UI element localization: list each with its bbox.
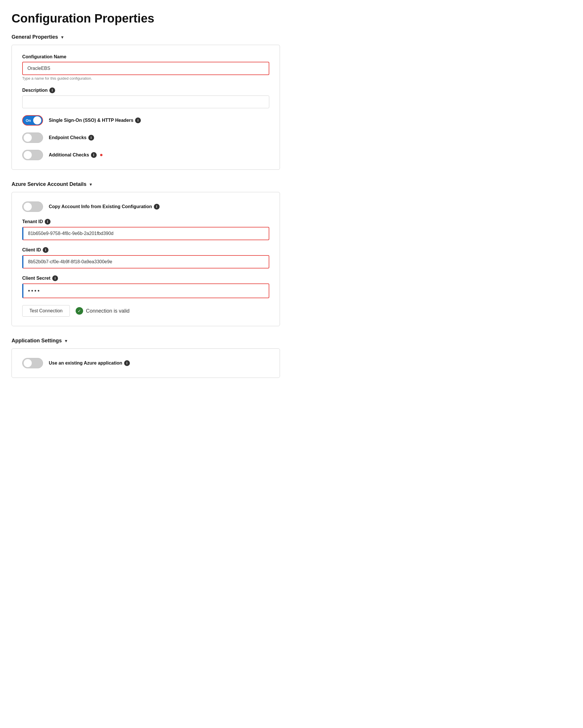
copy-account-toggle[interactable] [22,202,43,212]
general-properties-chevron[interactable]: ▼ [60,35,64,40]
azure-section-header: Azure Service Account Details ▼ [11,181,280,187]
app-settings-chevron[interactable]: ▼ [64,339,68,343]
sso-toggle-on-text: On [26,118,31,123]
endpoint-toggle-row: Endpoint Checks i [22,132,269,143]
config-name-input[interactable] [22,62,269,75]
client-id-input[interactable] [22,255,269,268]
app-settings-card: Use an existing Azure application i [11,348,280,378]
test-connection-button[interactable]: Test Connection [22,305,70,317]
page-title: Configuration Properties [11,11,280,25]
general-properties-header: General Properties ▼ [11,34,280,40]
sso-toggle-row: On Single Sign-On (SSO) & HTTP Headers i [22,115,269,126]
copy-account-label: Copy Account Info from Existing Configur… [49,204,160,210]
endpoint-info-icon: i [88,135,94,140]
use-azure-toggle-row: Use an existing Azure application i [22,358,269,368]
azure-section-chevron[interactable]: ▼ [88,182,92,187]
client-secret-label: Client Secret i [22,276,269,281]
copy-account-info-icon: i [154,204,160,210]
tenant-id-input[interactable] [22,227,269,240]
additional-toggle-knob [24,151,32,159]
client-id-info-icon: i [43,247,49,253]
additional-toggle[interactable] [22,150,43,160]
general-properties-label: General Properties [11,34,58,40]
config-name-group: Configuration Name Type a name for this … [22,54,269,81]
test-connection-row: Test Connection ✓ Connection is valid [22,305,269,317]
sso-info-icon: i [135,118,141,123]
valid-checkmark-icon: ✓ [76,307,83,315]
use-azure-info-icon: i [124,360,130,366]
sso-toggle-knob [33,116,41,124]
additional-label: Additional Checks i [49,152,103,158]
sso-toggle[interactable]: On [22,115,43,126]
description-group: Description i [22,87,269,108]
client-id-label: Client ID i [22,247,269,253]
app-settings-label: Application Settings [11,338,62,344]
copy-account-toggle-row: Copy Account Info from Existing Configur… [22,202,269,212]
copy-account-toggle-knob [24,203,32,211]
connection-valid-text: Connection is valid [86,308,130,314]
azure-section-card: Copy Account Info from Existing Configur… [11,192,280,326]
endpoint-toggle-knob [24,134,32,142]
client-id-group: Client ID i [22,247,269,268]
client-secret-info-icon: i [52,276,58,281]
use-azure-toggle-knob [24,359,32,367]
client-secret-group: Client Secret i [22,276,269,298]
additional-toggle-row: Additional Checks i [22,150,269,160]
endpoint-label: Endpoint Checks i [49,135,94,140]
sso-label: Single Sign-On (SSO) & HTTP Headers i [49,118,141,123]
use-azure-toggle[interactable] [22,358,43,368]
additional-info-icon: i [91,152,97,158]
client-secret-input[interactable] [22,283,269,298]
use-azure-label: Use an existing Azure application i [49,360,130,366]
description-label: Description i [22,87,269,93]
general-properties-card: Configuration Name Type a name for this … [11,45,280,170]
description-input[interactable] [22,96,269,108]
tenant-id-group: Tenant ID i [22,219,269,240]
tenant-id-label: Tenant ID i [22,219,269,225]
azure-section-label: Azure Service Account Details [11,181,86,187]
connection-valid-indicator: ✓ Connection is valid [76,307,130,315]
tenant-id-info-icon: i [45,219,51,225]
app-settings-header: Application Settings ▼ [11,338,280,344]
description-info-icon: i [49,87,55,93]
config-name-label: Configuration Name [22,54,269,59]
endpoint-toggle[interactable] [22,132,43,143]
config-name-hint: Type a name for this guided configuratio… [22,76,269,81]
additional-red-dot [100,154,103,156]
